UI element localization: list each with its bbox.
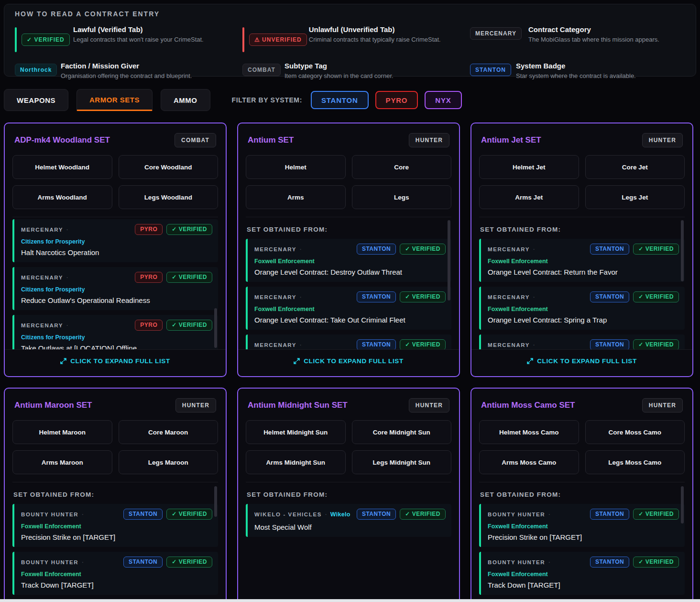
verified-badge: ✓ VERIFIED — [400, 509, 446, 520]
item-button[interactable]: Core Woodland — [119, 155, 219, 179]
item-button[interactable]: Legs Moss Camo — [585, 450, 685, 474]
legend-grid: ✓ VERIFIED Lawful (Verified Tab) Legal c… — [15, 25, 685, 79]
item-buttons: Helmet Moss CamoCore Moss CamoArms Moss … — [479, 420, 685, 474]
horizontal-scrollbar[interactable] — [0, 599, 700, 602]
contract-entry[interactable]: BOUNTY HUNTER·STANTON✓ VERIFIEDFoxwell E… — [479, 552, 685, 595]
item-button[interactable]: Arms Woodland — [12, 185, 112, 209]
list-scrollbar[interactable] — [681, 486, 684, 524]
system-badge: PYRO — [135, 272, 163, 283]
item-button[interactable]: Helmet — [246, 155, 346, 179]
list-scrollbar[interactable] — [214, 308, 217, 348]
item-button[interactable]: Helmet Maroon — [12, 420, 112, 444]
contract-entry[interactable]: MERCENARY·STANTON✓ VERIFIED — [246, 334, 451, 349]
item-button[interactable]: Core — [352, 155, 452, 179]
item-button[interactable]: Core Moss Camo — [585, 420, 685, 444]
item-button[interactable]: Core Midnight Sun — [352, 420, 452, 444]
contract-entry[interactable]: MERCENARY·PYRO✓ VERIFIEDCitizens for Pro… — [12, 219, 218, 262]
verified-badge: ✓ VERIFIED — [166, 557, 212, 568]
item-button[interactable]: Core Maroon — [119, 420, 219, 444]
card-header: Antium Midnight Sun SETHUNTER — [246, 396, 451, 412]
contract-entry[interactable]: MERCENARY·STANTON✓ VERIFIEDFoxwell Enfor… — [246, 287, 451, 330]
expand-list-button[interactable]: CLICK TO EXPAND FULL LIST — [5, 349, 226, 374]
system-badge: STANTON — [123, 509, 163, 520]
expand-arrows-icon — [527, 358, 533, 364]
item-button[interactable]: Arms Midnight Sun — [246, 450, 346, 474]
subtype-badge: HUNTER — [642, 398, 683, 412]
legend-item-subtype: COMBAT Subtype Tag Item category shown i… — [242, 62, 458, 79]
system-badge: PYRO — [135, 224, 163, 235]
expand-arrows-icon — [60, 358, 66, 364]
item-button[interactable]: Legs Midnight Sun — [352, 450, 452, 474]
contract-entry-top: BOUNTY HUNTER·STANTON✓ VERIFIED — [488, 557, 679, 568]
filter-nyx-button[interactable]: NYX — [425, 91, 461, 109]
contract-list[interactable]: MERCENARY·PYRO✓ VERIFIEDCitizens for Pro… — [12, 217, 218, 349]
faction-name: Citizens for Prosperity — [21, 238, 212, 245]
legend-item-desc: The MobiGlass tab where this mission app… — [528, 36, 659, 43]
entry-badges: STANTON✓ VERIFIED — [123, 557, 212, 568]
item-button[interactable]: Helmet Moss Camo — [479, 420, 579, 444]
separator-dot: · — [300, 246, 302, 252]
filter-stanton-button[interactable]: STANTON — [311, 91, 369, 109]
item-button[interactable]: Arms Jet — [479, 185, 579, 209]
contract-entry[interactable]: MERCENARY·STANTON✓ VERIFIEDFoxwell Enfor… — [479, 239, 685, 282]
contract-entry[interactable]: MERCENARY·PYRO✓ VERIFIEDCitizens for Pro… — [12, 267, 218, 310]
contract-name: Orange Level Contract: Take Out Criminal… — [254, 316, 446, 324]
item-button[interactable]: Helmet Woodland — [12, 155, 112, 179]
item-buttons: Helmet MaroonCore MaroonArms MaroonLegs … — [12, 420, 218, 474]
item-button[interactable]: Helmet Jet — [479, 155, 579, 179]
contract-name: Track Down [TARGET] — [488, 581, 679, 589]
contract-list[interactable]: SET OBTAINED FROM:WIKELO - VEHICLES·Wike… — [246, 482, 451, 602]
contract-entry[interactable]: MERCENARY·STANTON✓ VERIFIED — [479, 334, 685, 349]
unverified-bar-icon — [242, 27, 244, 52]
item-button[interactable]: Legs Jet — [585, 185, 685, 209]
tab-ammo[interactable]: AMMO — [161, 89, 210, 111]
category-label: MERCENARY — [254, 342, 296, 348]
contract-entry[interactable]: BOUNTY HUNTER·STANTON✓ VERIFIEDFoxwell E… — [12, 504, 218, 547]
contract-entry-top: BOUNTY HUNTER·STANTON✓ VERIFIED — [21, 557, 212, 568]
item-button[interactable]: Arms — [246, 185, 346, 209]
tab-weapons[interactable]: WEAPONS — [4, 89, 68, 111]
set-title: Antium Midnight Sun SET — [248, 401, 348, 410]
contract-list[interactable]: SET OBTAINED FROM:BOUNTY HUNTER·STANTON✓… — [12, 482, 218, 602]
item-button[interactable]: Legs Woodland — [119, 185, 219, 209]
list-header: SET OBTAINED FROM: — [13, 491, 217, 498]
item-button[interactable]: Legs Maroon — [119, 450, 219, 474]
contract-list[interactable]: SET OBTAINED FROM:MERCENARY·STANTON✓ VER… — [479, 217, 685, 349]
item-button[interactable]: Legs — [352, 185, 452, 209]
entry-badges: STANTON✓ VERIFIED — [357, 339, 446, 349]
expand-list-button[interactable]: CLICK TO EXPAND FULL LIST — [471, 349, 692, 374]
list-scrollbar[interactable] — [448, 220, 450, 301]
tab-armor-sets[interactable]: ARMOR SETS — [77, 89, 153, 111]
contract-name: Precision Strike on [TARGET] — [21, 533, 212, 541]
contract-entry-top: BOUNTY HUNTER·STANTON✓ VERIFIED — [21, 509, 212, 520]
item-button[interactable]: Core Jet — [585, 155, 685, 179]
contract-entry[interactable]: BOUNTY HUNTER·STANTON✓ VERIFIEDFoxwell E… — [12, 552, 218, 595]
item-buttons: Helmet Midnight SunCore Midnight SunArms… — [246, 420, 451, 474]
contract-entry-top: MERCENARY·STANTON✓ VERIFIED — [254, 244, 446, 255]
contract-entry[interactable]: MERCENARY·STANTON✓ VERIFIEDFoxwell Enfor… — [246, 239, 451, 282]
list-scrollbar[interactable] — [681, 220, 684, 281]
contract-category: MERCENARY· — [254, 246, 305, 252]
contract-entry[interactable]: MERCENARY·PYRO✓ VERIFIEDCitizens for Pro… — [12, 315, 218, 349]
faction-name: Foxwell Enforcement — [488, 523, 679, 530]
item-button[interactable]: Helmet Midnight Sun — [246, 420, 346, 444]
item-buttons: HelmetCoreArmsLegs — [246, 155, 451, 209]
item-buttons: Helmet WoodlandCore WoodlandArms Woodlan… — [12, 155, 218, 209]
item-button[interactable]: Arms Moss Camo — [479, 450, 579, 474]
contract-entry[interactable]: WIKELO - VEHICLES·WikeloSTANTON✓ VERIFIE… — [246, 504, 451, 537]
contract-entry[interactable]: BOUNTY HUNTER·STANTON✓ VERIFIEDFoxwell E… — [479, 504, 685, 547]
card-header: Antium SETHUNTER — [246, 131, 451, 147]
contract-entry[interactable]: MERCENARY·STANTON✓ VERIFIEDFoxwell Enfor… — [479, 287, 685, 330]
item-button[interactable]: Arms Maroon — [12, 450, 112, 474]
filter-pyro-button[interactable]: PYRO — [375, 91, 418, 109]
subtype-badge: HUNTER — [642, 133, 683, 147]
system-badge: STANTON — [470, 64, 511, 76]
faction-name: Foxwell Enforcement — [21, 523, 212, 530]
contract-list[interactable]: SET OBTAINED FROM:BOUNTY HUNTER·STANTON✓… — [479, 482, 685, 602]
expand-list-button[interactable]: CLICK TO EXPAND FULL LIST — [238, 349, 459, 374]
contract-category: MERCENARY· — [21, 227, 72, 233]
contract-list[interactable]: SET OBTAINED FROM:MERCENARY·STANTON✓ VER… — [246, 217, 451, 349]
list-scrollbar[interactable] — [214, 486, 217, 517]
verified-badge: ✓ VERIFIED — [633, 339, 679, 349]
contract-category: MERCENARY· — [21, 275, 72, 280]
